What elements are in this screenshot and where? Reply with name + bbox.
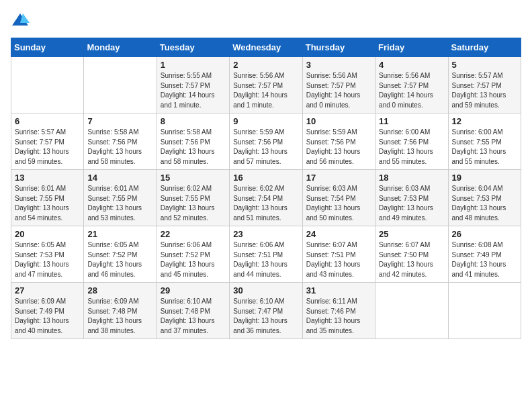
day-number: 30 bbox=[233, 285, 298, 295]
day-number: 26 bbox=[452, 229, 517, 239]
day-info: Sunrise: 6:03 AM Sunset: 7:53 PM Dayligh… bbox=[379, 184, 444, 223]
calendar-week-4: 20Sunrise: 6:05 AM Sunset: 7:53 PM Dayli… bbox=[11, 226, 521, 283]
day-number: 28 bbox=[87, 285, 152, 295]
weekday-header-saturday: Saturday bbox=[448, 38, 521, 57]
day-info: Sunrise: 6:05 AM Sunset: 7:53 PM Dayligh… bbox=[15, 240, 80, 279]
day-info: Sunrise: 6:01 AM Sunset: 7:55 PM Dayligh… bbox=[87, 184, 152, 223]
day-info: Sunrise: 6:04 AM Sunset: 7:53 PM Dayligh… bbox=[452, 184, 517, 223]
calendar-cell: 29Sunrise: 6:10 AM Sunset: 7:48 PM Dayli… bbox=[157, 283, 229, 339]
day-info: Sunrise: 5:55 AM Sunset: 7:57 PM Dayligh… bbox=[161, 71, 226, 110]
day-info: Sunrise: 6:06 AM Sunset: 7:52 PM Dayligh… bbox=[161, 240, 226, 279]
day-info: Sunrise: 6:05 AM Sunset: 7:52 PM Dayligh… bbox=[87, 240, 152, 279]
calendar-cell: 18Sunrise: 6:03 AM Sunset: 7:53 PM Dayli… bbox=[375, 170, 448, 226]
day-info: Sunrise: 5:59 AM Sunset: 7:56 PM Dayligh… bbox=[233, 128, 298, 167]
day-info: Sunrise: 5:56 AM Sunset: 7:57 PM Dayligh… bbox=[233, 71, 298, 110]
day-number: 6 bbox=[15, 116, 80, 126]
calendar-cell bbox=[84, 57, 157, 113]
day-info: Sunrise: 6:02 AM Sunset: 7:54 PM Dayligh… bbox=[233, 184, 298, 223]
day-info: Sunrise: 6:03 AM Sunset: 7:54 PM Dayligh… bbox=[306, 184, 371, 223]
logo-icon bbox=[11, 11, 30, 30]
day-number: 5 bbox=[452, 60, 517, 70]
day-number: 7 bbox=[87, 116, 152, 126]
calendar-cell: 6Sunrise: 5:57 AM Sunset: 7:57 PM Daylig… bbox=[11, 113, 84, 170]
day-info: Sunrise: 6:08 AM Sunset: 7:49 PM Dayligh… bbox=[452, 240, 517, 279]
calendar-cell: 3Sunrise: 5:56 AM Sunset: 7:57 PM Daylig… bbox=[302, 57, 375, 113]
day-info: Sunrise: 6:11 AM Sunset: 7:46 PM Dayligh… bbox=[306, 297, 371, 336]
calendar-week-2: 6Sunrise: 5:57 AM Sunset: 7:57 PM Daylig… bbox=[11, 113, 521, 170]
calendar-cell: 30Sunrise: 6:10 AM Sunset: 7:47 PM Dayli… bbox=[230, 283, 302, 339]
weekday-header-sunday: Sunday bbox=[11, 38, 84, 57]
day-number: 25 bbox=[379, 229, 444, 239]
day-info: Sunrise: 5:59 AM Sunset: 7:56 PM Dayligh… bbox=[306, 128, 371, 167]
day-info: Sunrise: 6:09 AM Sunset: 7:48 PM Dayligh… bbox=[87, 297, 152, 336]
calendar-cell: 13Sunrise: 6:01 AM Sunset: 7:55 PM Dayli… bbox=[11, 170, 84, 226]
day-info: Sunrise: 5:56 AM Sunset: 7:57 PM Dayligh… bbox=[306, 71, 371, 110]
calendar-cell: 8Sunrise: 5:58 AM Sunset: 7:56 PM Daylig… bbox=[157, 113, 229, 170]
day-number: 4 bbox=[379, 60, 444, 70]
day-number: 24 bbox=[306, 229, 371, 239]
day-info: Sunrise: 6:10 AM Sunset: 7:47 PM Dayligh… bbox=[233, 297, 298, 336]
calendar-cell: 16Sunrise: 6:02 AM Sunset: 7:54 PM Dayli… bbox=[230, 170, 302, 226]
day-number: 22 bbox=[161, 229, 226, 239]
day-number: 8 bbox=[161, 116, 226, 126]
day-info: Sunrise: 5:58 AM Sunset: 7:56 PM Dayligh… bbox=[161, 128, 226, 167]
calendar-week-5: 27Sunrise: 6:09 AM Sunset: 7:49 PM Dayli… bbox=[11, 283, 521, 339]
calendar-cell: 21Sunrise: 6:05 AM Sunset: 7:52 PM Dayli… bbox=[84, 226, 157, 283]
calendar-cell bbox=[375, 283, 448, 339]
day-info: Sunrise: 6:07 AM Sunset: 7:50 PM Dayligh… bbox=[379, 240, 444, 279]
day-number: 9 bbox=[233, 116, 298, 126]
calendar-cell: 10Sunrise: 5:59 AM Sunset: 7:56 PM Dayli… bbox=[302, 113, 375, 170]
calendar-cell: 24Sunrise: 6:07 AM Sunset: 7:51 PM Dayli… bbox=[302, 226, 375, 283]
day-info: Sunrise: 5:57 AM Sunset: 7:57 PM Dayligh… bbox=[15, 128, 80, 167]
calendar-cell: 2Sunrise: 5:56 AM Sunset: 7:57 PM Daylig… bbox=[230, 57, 302, 113]
day-number: 17 bbox=[306, 173, 371, 183]
calendar-cell: 20Sunrise: 6:05 AM Sunset: 7:53 PM Dayli… bbox=[11, 226, 84, 283]
calendar-cell: 31Sunrise: 6:11 AM Sunset: 7:46 PM Dayli… bbox=[302, 283, 375, 339]
day-info: Sunrise: 6:02 AM Sunset: 7:55 PM Dayligh… bbox=[161, 184, 226, 223]
calendar-cell: 19Sunrise: 6:04 AM Sunset: 7:53 PM Dayli… bbox=[448, 170, 521, 226]
day-info: Sunrise: 6:07 AM Sunset: 7:51 PM Dayligh… bbox=[306, 240, 371, 279]
calendar-cell: 14Sunrise: 6:01 AM Sunset: 7:55 PM Dayli… bbox=[84, 170, 157, 226]
calendar-week-3: 13Sunrise: 6:01 AM Sunset: 7:55 PM Dayli… bbox=[11, 170, 521, 226]
day-number: 14 bbox=[87, 173, 152, 183]
day-number: 23 bbox=[233, 229, 298, 239]
day-info: Sunrise: 6:00 AM Sunset: 7:56 PM Dayligh… bbox=[379, 128, 444, 167]
day-info: Sunrise: 5:56 AM Sunset: 7:57 PM Dayligh… bbox=[379, 71, 444, 110]
calendar-week-1: 1Sunrise: 5:55 AM Sunset: 7:57 PM Daylig… bbox=[11, 57, 521, 113]
calendar-cell bbox=[11, 57, 84, 113]
calendar-cell: 1Sunrise: 5:55 AM Sunset: 7:57 PM Daylig… bbox=[157, 57, 229, 113]
day-number: 12 bbox=[452, 116, 517, 126]
day-info: Sunrise: 5:58 AM Sunset: 7:56 PM Dayligh… bbox=[87, 128, 152, 167]
day-number: 16 bbox=[233, 173, 298, 183]
logo bbox=[11, 11, 32, 30]
day-info: Sunrise: 6:06 AM Sunset: 7:51 PM Dayligh… bbox=[233, 240, 298, 279]
day-number: 21 bbox=[87, 229, 152, 239]
calendar-cell: 5Sunrise: 5:57 AM Sunset: 7:57 PM Daylig… bbox=[448, 57, 521, 113]
calendar-cell: 25Sunrise: 6:07 AM Sunset: 7:50 PM Dayli… bbox=[375, 226, 448, 283]
calendar-cell: 7Sunrise: 5:58 AM Sunset: 7:56 PM Daylig… bbox=[84, 113, 157, 170]
day-info: Sunrise: 5:57 AM Sunset: 7:57 PM Dayligh… bbox=[452, 71, 517, 110]
day-number: 31 bbox=[306, 285, 371, 295]
calendar-cell: 12Sunrise: 6:00 AM Sunset: 7:55 PM Dayli… bbox=[448, 113, 521, 170]
day-number: 11 bbox=[379, 116, 444, 126]
day-number: 2 bbox=[233, 60, 298, 70]
day-info: Sunrise: 6:10 AM Sunset: 7:48 PM Dayligh… bbox=[161, 297, 226, 336]
day-number: 15 bbox=[161, 173, 226, 183]
calendar-cell: 27Sunrise: 6:09 AM Sunset: 7:49 PM Dayli… bbox=[11, 283, 84, 339]
day-number: 18 bbox=[379, 173, 444, 183]
calendar-cell: 17Sunrise: 6:03 AM Sunset: 7:54 PM Dayli… bbox=[302, 170, 375, 226]
day-number: 27 bbox=[15, 285, 80, 295]
calendar-cell: 22Sunrise: 6:06 AM Sunset: 7:52 PM Dayli… bbox=[157, 226, 229, 283]
page-header bbox=[11, 11, 521, 30]
svg-marker-1 bbox=[20, 13, 30, 23]
day-info: Sunrise: 6:01 AM Sunset: 7:55 PM Dayligh… bbox=[15, 184, 80, 223]
day-number: 10 bbox=[306, 116, 371, 126]
weekday-header-friday: Friday bbox=[375, 38, 448, 57]
calendar-cell: 28Sunrise: 6:09 AM Sunset: 7:48 PM Dayli… bbox=[84, 283, 157, 339]
day-number: 19 bbox=[452, 173, 517, 183]
calendar-cell: 15Sunrise: 6:02 AM Sunset: 7:55 PM Dayli… bbox=[157, 170, 229, 226]
calendar-cell: 9Sunrise: 5:59 AM Sunset: 7:56 PM Daylig… bbox=[230, 113, 302, 170]
calendar-header-row: SundayMondayTuesdayWednesdayThursdayFrid… bbox=[11, 38, 521, 57]
calendar-table: SundayMondayTuesdayWednesdayThursdayFrid… bbox=[11, 38, 521, 339]
day-number: 13 bbox=[15, 173, 80, 183]
